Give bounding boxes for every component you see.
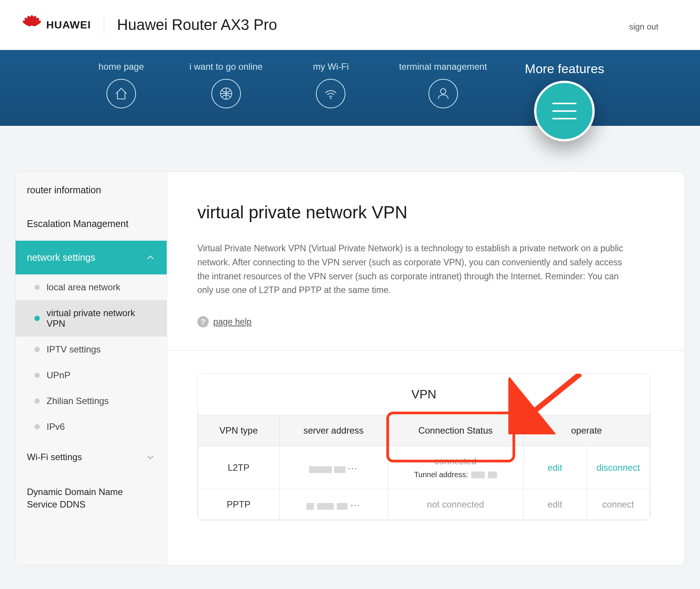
nav-label: More features [525, 61, 605, 76]
sidebar-item-label: Wi-Fi settings [27, 451, 82, 463]
page-title: virtual private network VPN [197, 202, 650, 222]
redacted-text: ... [348, 461, 358, 472]
sidebar-sub-vpn[interactable]: virtual private network VPN [16, 300, 167, 337]
svg-point-1 [330, 97, 331, 99]
nav-my-wifi[interactable]: my Wi-Fi [300, 61, 361, 108]
cell-vpn-type: L2TP [198, 446, 280, 489]
table-row: L2TP ... connected [198, 446, 650, 489]
edit-button[interactable]: edit [548, 462, 562, 473]
vpn-card-title: VPN [198, 374, 650, 415]
sidebar-sub-upnp[interactable]: UPnP [16, 362, 167, 388]
router-title: Huawei Router AX3 Pro [117, 16, 277, 33]
col-vpn-type: VPN type [198, 415, 280, 446]
sidebar-item-label: Zhilian Settings [47, 396, 109, 406]
main-content: virtual private network VPN Virtual Priv… [167, 172, 684, 565]
edit-button[interactable]: edit [548, 499, 562, 509]
page-body: router information Escalation Management… [0, 126, 700, 566]
sidebar-sub-ipv6[interactable]: IPv6 [16, 414, 167, 440]
primary-nav: home page i want to go online my Wi-Fi t… [0, 50, 700, 126]
globe-icon [211, 79, 241, 108]
home-icon [106, 79, 136, 108]
brand-logo: HUAWEI [23, 16, 91, 34]
bullet-icon [34, 347, 40, 352]
bullet-icon [34, 424, 40, 429]
connect-button[interactable]: connect [602, 499, 634, 509]
vpn-table: VPN type server address Connection Statu… [198, 415, 650, 520]
wifi-icon [316, 79, 345, 108]
sidebar-item-label: UPnP [47, 370, 70, 381]
nav-home[interactable]: home page [91, 61, 152, 108]
table-header-row: VPN type server address Connection Statu… [198, 415, 650, 446]
nav-more-features[interactable]: More features [525, 61, 605, 140]
sidebar-item-label: virtual private network VPN [47, 308, 155, 329]
chevron-down-icon [145, 452, 155, 462]
table-row: PPTP ... not connected [198, 489, 650, 520]
redacted-value [488, 472, 497, 478]
huawei-petals-icon [23, 16, 41, 34]
nav-label: terminal management [399, 61, 487, 72]
bullet-icon [34, 316, 40, 321]
page-help-row: ? page help [197, 316, 650, 327]
cell-connection-status: not connected [388, 489, 523, 520]
page-description: Virtual Private Network VPN (Virtual Pri… [197, 241, 633, 297]
help-icon: ? [197, 316, 209, 327]
cell-server-address: ... [279, 489, 388, 520]
sidebar-item-label: Escalation Management [27, 218, 128, 229]
nav-go-online[interactable]: i want to go online [189, 61, 262, 108]
bullet-icon [34, 398, 40, 404]
vpn-card: VPN VPN type server address Connection S… [197, 373, 650, 520]
col-status: Connection Status [388, 415, 523, 446]
divider [104, 16, 104, 34]
sidebar-sub-zhilian-settings[interactable]: Zhilian Settings [16, 388, 167, 414]
sidebar-item-escalation-management[interactable]: Escalation Management [16, 207, 167, 241]
sidebar-item-label: local area network [47, 282, 120, 293]
disconnect-button[interactable]: disconnect [597, 462, 640, 473]
status-text: not connected [427, 499, 484, 509]
chevron-up-icon [145, 253, 155, 263]
svg-point-2 [441, 89, 446, 94]
sidebar-item-ddns[interactable]: Dynamic Domain Name Service DDNS [16, 475, 167, 522]
bullet-icon [34, 373, 40, 378]
cell-server-address: ... [279, 446, 388, 489]
col-operate: operate [523, 415, 650, 446]
sidebar-group-network-settings[interactable]: network settings [16, 241, 167, 274]
brand-text: HUAWEI [46, 19, 91, 31]
status-text: connected [434, 456, 477, 467]
cell-vpn-type: PPTP [198, 489, 280, 520]
page-help-link[interactable]: page help [213, 317, 252, 327]
redacted-value [471, 472, 485, 478]
cell-connection-status: connected Tunnel address: [388, 446, 523, 489]
sidebar-group-wifi-settings[interactable]: Wi-Fi settings [16, 440, 167, 475]
content-panel: router information Escalation Management… [15, 171, 685, 566]
bullet-icon [34, 285, 40, 290]
sign-out-link[interactable]: sign out [629, 22, 658, 32]
sidebar-item-router-information[interactable]: router information [16, 173, 167, 207]
hamburger-icon [534, 81, 595, 141]
sidebar-item-label: network settings [27, 252, 95, 263]
nav-label: i want to go online [189, 61, 262, 72]
nav-label: my Wi-Fi [313, 61, 349, 72]
redacted-text: ... [350, 498, 360, 508]
sidebar-sub-iptv-settings[interactable]: IPTV settings [16, 337, 167, 362]
sidebar: router information Escalation Management… [16, 172, 167, 565]
sidebar-item-label: IPTV settings [47, 344, 101, 355]
sidebar-item-label: Dynamic Domain Name Service DDNS [27, 486, 141, 511]
sidebar-item-label: IPv6 [47, 421, 65, 432]
top-header: HUAWEI Huawei Router AX3 Pro sign out [0, 0, 700, 50]
tunnel-address-label: Tunnel address: [414, 470, 468, 479]
nav-label: home page [98, 61, 144, 72]
section-divider [167, 350, 684, 351]
sidebar-sub-local-area-network[interactable]: local area network [16, 274, 167, 300]
col-server: server address [279, 415, 388, 446]
sidebar-item-label: router information [27, 185, 101, 196]
nav-terminal-management[interactable]: terminal management [399, 61, 487, 108]
user-icon [428, 79, 458, 108]
